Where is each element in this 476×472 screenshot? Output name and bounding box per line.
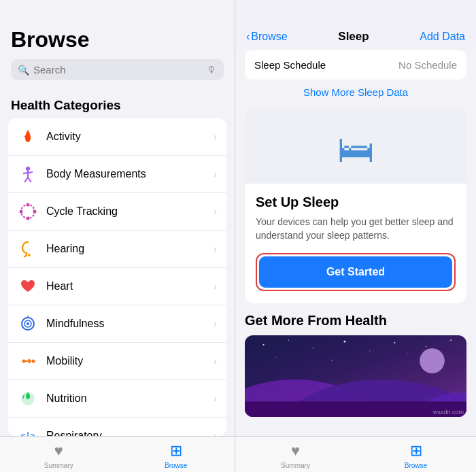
add-data-button[interactable]: Add Data xyxy=(420,31,465,43)
mountain-decoration xyxy=(245,342,466,417)
browse-title: Browse xyxy=(11,27,224,52)
category-name-cycle: Cycle Tracking xyxy=(46,205,214,218)
left-header: Browse 🔍 🎙 xyxy=(0,0,235,86)
left-panel: Browse 🔍 🎙 Health Categories Activity › … xyxy=(0,0,235,472)
category-item-cycle[interactable]: Cycle Tracking › xyxy=(8,193,226,231)
hearing-icon xyxy=(18,239,38,259)
setup-card-body: Set Up Sleep Your devices can help you g… xyxy=(245,184,466,303)
svg-point-6 xyxy=(27,203,30,207)
chevron-icon: › xyxy=(214,281,217,292)
setup-sleep-card: 🛏 Set Up Sleep Your devices can help you… xyxy=(245,107,466,303)
svg-point-10 xyxy=(28,254,31,256)
svg-point-9 xyxy=(33,210,37,214)
search-input[interactable] xyxy=(33,64,203,75)
health-banner: wsxdn.com xyxy=(245,335,466,417)
right-panel: ‹ Browse Sleep Add Data Sleep Schedule N… xyxy=(235,0,476,472)
heart-icon xyxy=(18,276,38,297)
section-title: Health Categories xyxy=(0,86,235,118)
get-started-button[interactable]: Get Started xyxy=(259,256,452,288)
browse-tab-icon-right: ⊞ xyxy=(410,442,422,460)
sleep-schedule-row: Sleep Schedule No Schedule xyxy=(245,50,466,80)
setup-card-title: Set Up Sleep xyxy=(256,195,456,210)
watermark: wsxdn.com xyxy=(433,409,464,416)
category-item-activity[interactable]: Activity › xyxy=(8,118,226,156)
summary-tab-icon-right: ♥ xyxy=(291,442,300,460)
sleep-schedule-value: No Schedule xyxy=(398,59,457,71)
category-item-respiratory[interactable]: Respiratory › xyxy=(8,418,226,436)
chevron-icon: › xyxy=(214,243,217,254)
tab-summary-right[interactable]: ♥ Summary xyxy=(235,442,356,469)
setup-icon-area: 🛏 xyxy=(245,107,466,184)
chevron-icon: › xyxy=(214,318,217,329)
svg-point-0 xyxy=(26,167,30,171)
tab-browse-right[interactable]: ⊞ Browse xyxy=(356,442,476,469)
chevron-icon: › xyxy=(214,431,217,436)
category-item-nutrition[interactable]: Nutrition › xyxy=(8,380,226,418)
right-nav: ‹ Browse Sleep Add Data xyxy=(235,0,476,50)
category-item-body[interactable]: Body Measurements › xyxy=(8,156,226,193)
search-icon: 🔍 xyxy=(18,65,29,75)
setup-card-desc: Your devices can help you get better sle… xyxy=(256,216,456,242)
nav-title: Sleep xyxy=(338,30,369,44)
chevron-icon: › xyxy=(214,169,217,180)
browse-tab-label-right: Browse xyxy=(405,462,427,469)
back-chevron-icon: ‹ xyxy=(246,31,250,43)
body-icon xyxy=(18,164,38,184)
category-name-body: Body Measurements xyxy=(46,168,214,180)
browse-tab-label: Browse xyxy=(165,462,187,469)
browse-tab-icon: ⊞ xyxy=(170,442,182,460)
nutrition-icon xyxy=(18,388,38,409)
mobility-icon xyxy=(18,351,38,371)
show-more-sleep-link[interactable]: Show More Sleep Data xyxy=(245,86,466,98)
cycle-icon xyxy=(18,201,38,222)
back-label: Browse xyxy=(251,31,287,43)
summary-tab-icon: ♥ xyxy=(54,442,63,460)
svg-point-15 xyxy=(22,360,26,363)
svg-point-30 xyxy=(420,348,445,373)
summary-tab-label: Summary xyxy=(44,462,73,469)
svg-point-13 xyxy=(27,322,29,325)
summary-tab-label-right: Summary xyxy=(281,462,310,469)
right-content: Sleep Schedule No Schedule Show More Sle… xyxy=(235,50,476,436)
category-name-hearing: Hearing xyxy=(46,243,214,255)
svg-line-3 xyxy=(24,178,28,182)
sleep-schedule-label: Sleep Schedule xyxy=(254,59,326,71)
svg-point-20 xyxy=(288,340,289,341)
bed-icon: 🛏 xyxy=(337,128,374,170)
chevron-icon: › xyxy=(214,206,217,217)
tab-bar-left: ♥ Summary ⊞ Browse xyxy=(0,436,235,472)
category-item-hearing[interactable]: Hearing › xyxy=(8,231,226,268)
tab-summary-left[interactable]: ♥ Summary xyxy=(0,442,118,469)
category-name-activity: Activity xyxy=(46,131,214,143)
chevron-icon: › xyxy=(214,356,217,367)
search-bar[interactable]: 🔍 🎙 xyxy=(11,59,224,80)
activity-icon xyxy=(18,127,38,147)
chevron-icon: › xyxy=(214,131,217,142)
tab-browse-left[interactable]: ⊞ Browse xyxy=(118,442,235,469)
category-item-mobility[interactable]: Mobility › xyxy=(8,343,226,380)
svg-point-17 xyxy=(32,360,35,363)
category-name-heart: Heart xyxy=(46,280,214,292)
svg-point-5 xyxy=(21,205,35,218)
svg-point-8 xyxy=(20,210,23,214)
category-name-respiratory: Respiratory xyxy=(46,430,214,436)
svg-point-7 xyxy=(27,217,30,220)
svg-line-2 xyxy=(23,172,33,173)
category-list: Activity › Body Measurements › Cycle Tra… xyxy=(8,118,226,436)
more-from-health-title: Get More From Health xyxy=(245,313,466,328)
get-started-btn-wrap: Get Started xyxy=(256,253,456,291)
tab-bar-right: ♥ Summary ⊞ Browse xyxy=(235,436,476,472)
svg-point-26 xyxy=(450,340,452,341)
category-name-nutrition: Nutrition xyxy=(46,392,214,405)
nav-back-button[interactable]: ‹ Browse xyxy=(246,31,288,43)
mic-icon: 🎙 xyxy=(207,65,217,75)
category-item-mindfulness[interactable]: Mindfulness › xyxy=(8,305,226,343)
mindfulness-icon xyxy=(18,314,38,334)
category-item-heart[interactable]: Heart › xyxy=(8,268,226,305)
svg-line-4 xyxy=(28,178,31,182)
chevron-icon: › xyxy=(214,393,217,404)
respiratory-icon xyxy=(18,426,38,436)
category-name-mobility: Mobility xyxy=(46,355,214,367)
category-name-mindfulness: Mindfulness xyxy=(46,318,214,330)
